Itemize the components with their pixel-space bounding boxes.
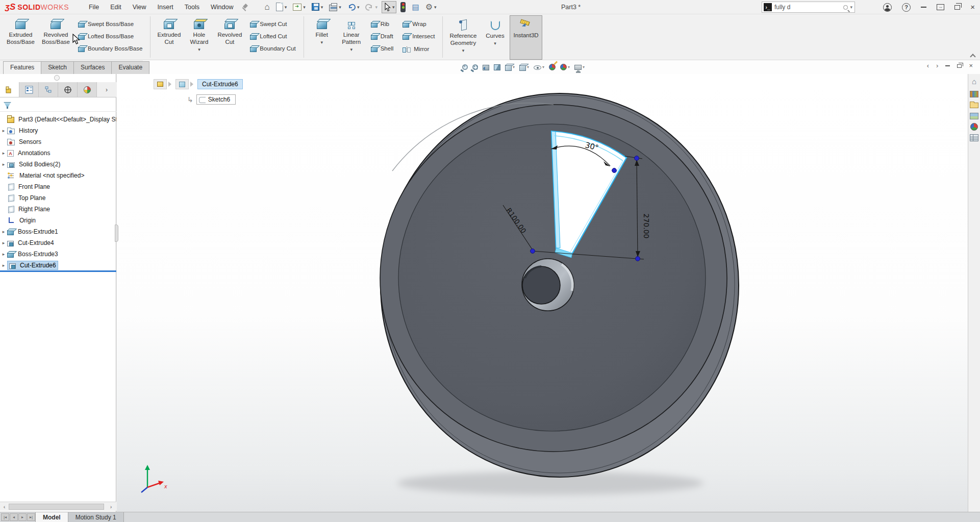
home-button[interactable]: ⌂ [262,1,271,13]
tree-item-front-plane[interactable]: Front Plane [0,181,116,192]
expander-icon[interactable]: ▸ [0,229,7,234]
previous-tab-button[interactable]: ◂ [10,513,18,521]
user-account-icon[interactable] [883,3,892,12]
revolved-cut-button[interactable]: RevolvedCut [214,15,245,60]
expander-icon[interactable]: ▸ [0,162,7,167]
panel-horizontal-scrollbar[interactable]: ‹ › [0,502,116,511]
tree-item-history[interactable]: ▸ History [0,125,116,136]
save-button[interactable]: ▾ [310,1,325,13]
collapse-ribbon-chevron[interactable] [970,54,976,58]
next-tab-button[interactable]: ▸ [18,513,27,521]
redo-button[interactable]: ▾ [363,1,380,13]
breadcrumb-sketch-label[interactable]: Sketch6 [196,94,236,105]
tree-item-top-plane[interactable]: Top Plane [0,192,116,204]
displaymanager-tab[interactable] [78,82,97,97]
extruded-cut-button[interactable]: ExtrudedCut [154,15,184,60]
document-restore-button[interactable] [957,64,962,68]
last-tab-button[interactable]: ▸| [27,513,35,521]
breadcrumb-part-chip[interactable] [154,79,167,89]
previous-view-button[interactable] [482,63,490,71]
open-button[interactable]: ▾ [291,1,308,13]
wrap-button[interactable]: Wrap [400,19,437,29]
expander-icon[interactable]: ▸ [0,263,7,268]
mirror-button[interactable]: Mirror [400,44,437,54]
new-document-button[interactable]: ▾ [274,1,289,13]
expander-icon[interactable]: ▸ [0,151,7,156]
menu-view[interactable]: View [127,1,152,14]
menu-window[interactable]: Window [205,1,239,14]
hide-show-items-button[interactable]: ▾ [533,64,545,70]
curves-button[interactable]: Curves ▾ [480,15,510,60]
search-magnifier-icon[interactable] [843,5,848,10]
solidworks-resources-icon[interactable]: ⌂ [970,78,978,86]
search-box[interactable]: ›_ fully d ▾ [762,2,855,13]
search-input[interactable]: fully d [774,4,843,11]
expander-icon[interactable]: ▸ [0,240,7,245]
tree-item-sensors[interactable]: Sensors [0,136,116,147]
tree-item-solid-bodies[interactable]: ▸ Solid Bodies(2) [0,159,116,170]
dimxpertmanager-tab[interactable] [58,82,78,97]
search-dropdown-caret[interactable]: ▾ [850,5,852,10]
select-tool-button[interactable]: ▾ [382,1,397,13]
curves-dropdown-caret[interactable]: ▾ [494,41,496,46]
tree-item-origin[interactable]: Origin [0,215,116,226]
tab-evaluate[interactable]: Evaluate [111,61,149,74]
tree-item-cut-extrude4[interactable]: ▸ Cut-Extrude4 [0,237,116,248]
first-tab-button[interactable]: |◂ [1,513,9,521]
tree-item-cut-extrude6-selected[interactable]: ▸ Cut-Extrude6 [0,260,116,271]
tree-filter-row[interactable] [0,97,116,112]
view-orientation-button[interactable]: ▾ [505,63,515,71]
expander-icon[interactable]: ▸ [0,128,7,133]
tab-sketch[interactable]: Sketch [41,61,74,74]
breadcrumb-body-chip[interactable] [175,79,189,89]
minimize-button[interactable] [921,7,926,8]
design-library-icon[interactable] [970,91,978,97]
section-view-button[interactable] [493,63,501,71]
rebuild-button[interactable] [398,1,408,13]
document-close-button[interactable]: × [969,63,973,69]
view-settings-button[interactable]: ▾ [574,64,585,70]
tree-item-right-plane[interactable]: Right Plane [0,204,116,215]
tree-root-part[interactable]: Part3 (Default<<Default>_Display Sta [0,114,116,125]
boundary-cut-button[interactable]: Boundary Cut [247,44,298,53]
menu-tools[interactable]: Tools [179,1,205,14]
tab-surfaces[interactable]: Surfaces [73,61,112,74]
fillet-button[interactable]: Fillet ▾ [307,15,337,60]
motion-study-tab[interactable]: Motion Study 1 [68,512,124,522]
tree-item-material[interactable]: Material <not specified> [0,170,116,181]
rollback-bar[interactable] [0,270,116,272]
restore-button[interactable] [954,5,960,10]
draft-button[interactable]: Draft [368,32,396,41]
custom-properties-icon[interactable] [970,134,978,141]
expander-icon[interactable]: ▸ [0,252,7,257]
tree-item-boss-extrude3[interactable]: ▸ Boss-Extrude3 [0,248,116,260]
selected-tree-item[interactable]: Cut-Extrude6 [7,261,58,270]
span-displays-button[interactable]: ↔ [937,4,944,10]
breadcrumb-feature-label[interactable]: Cut-Extrude6 [197,79,243,89]
display-options-button[interactable]: ▤ [410,1,421,13]
window-next-icon[interactable]: › [936,63,938,69]
document-minimize-button[interactable] [945,65,950,66]
view-palette-icon[interactable] [970,113,978,119]
lofted-boss-base-button[interactable]: Lofted Boss/Base [76,32,145,41]
swept-cut-button[interactable]: Swept Cut [247,19,298,29]
scroll-left-arrow[interactable]: ‹ [0,504,9,510]
boundary-boss-base-button[interactable]: Boundary Boss/Base [76,44,145,53]
help-icon[interactable]: ? [902,3,911,12]
configurationmanager-tab[interactable] [39,82,58,97]
panel-tabs-overflow-arrow[interactable]: › [97,82,116,97]
menu-insert[interactable]: Insert [152,1,179,14]
display-style-button[interactable]: ▾ [519,63,530,71]
window-previous-icon[interactable]: ‹ [927,63,929,69]
menu-edit[interactable]: Edit [105,1,127,14]
print-button[interactable]: ▾ [327,1,343,13]
hole-wizard-button[interactable]: HoleWizard ▾ [184,15,214,60]
tab-features[interactable]: Features [3,61,41,74]
scrollbar-thumb[interactable] [9,504,104,510]
propertymanager-tab[interactable] [19,82,39,97]
scroll-right-arrow[interactable]: › [107,504,115,510]
intersect-button[interactable]: Intersect [400,32,437,41]
rib-button[interactable]: Rib [368,19,396,29]
model-scene[interactable]: 30° R100.00 270.00 [117,74,968,512]
hole-wizard-dropdown-caret[interactable]: ▾ [198,47,200,52]
